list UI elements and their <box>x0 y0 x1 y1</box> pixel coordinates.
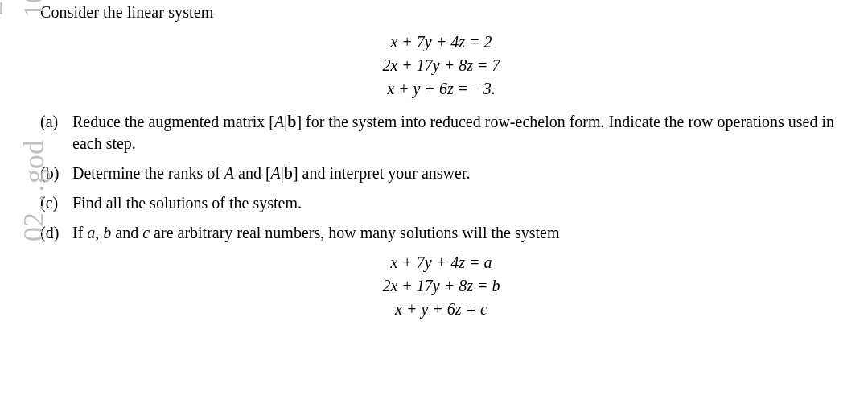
text: If <box>72 224 87 241</box>
subpart-label: (c) <box>40 192 64 214</box>
text: Reduce the augmented matrix [ <box>72 113 274 130</box>
math-vec: b <box>284 164 293 182</box>
math-vec: b <box>287 113 296 130</box>
text: and <box>111 224 142 241</box>
problem-lead: Consider the linear system <box>40 2 844 23</box>
text: Determine the ranks of <box>72 164 224 182</box>
subpart-label: (d) <box>40 222 64 244</box>
subpart-label: (b) <box>40 163 64 184</box>
subpart-d: (d) If a, b and c are arbitrary real num… <box>40 222 844 244</box>
equation-line: 2x + 17y + 8z = 7 <box>39 55 844 76</box>
text: ] and interpret your answer. <box>293 164 470 182</box>
equation-block-2: x + 7y + 4z = a 2x + 17y + 8z = b x + y … <box>39 252 844 320</box>
math-var: a <box>87 224 95 241</box>
subpart-body: Reduce the augmented matrix [A|b] for th… <box>72 111 844 154</box>
math-var: c <box>142 224 150 241</box>
page: 2 10 2 …go 02…god Consider the linear sy… <box>0 0 868 320</box>
subpart-label: (a) <box>40 111 64 154</box>
subpart-c: (c) Find all the solutions of the system… <box>40 192 844 214</box>
text: and [ <box>234 164 271 182</box>
math-var: A <box>274 113 284 130</box>
subpart-b: (b) Determine the ranks of A and [A|b] a… <box>40 163 844 184</box>
text: are arbitrary real numbers, how many sol… <box>150 224 559 241</box>
equation-line: 2x + 17y + 8z = b <box>39 275 844 297</box>
subpart-body: Determine the ranks of A and [A|b] and i… <box>72 163 844 184</box>
subpart-a: (a) Reduce the augmented matrix [A|b] fo… <box>40 111 844 154</box>
equation-line: x + 7y + 4z = 2 <box>39 31 844 53</box>
math-var: A <box>271 164 281 182</box>
subparts-list: (a) Reduce the augmented matrix [A|b] fo… <box>39 111 844 244</box>
math-var: b <box>103 224 111 241</box>
text: , <box>95 224 103 241</box>
subpart-body: If a, b and c are arbitrary real numbers… <box>72 222 844 244</box>
equation-line: x + 7y + 4z = a <box>39 252 844 274</box>
math-var: A <box>224 164 234 182</box>
equation-block-1: x + 7y + 4z = 2 2x + 17y + 8z = 7 x + y … <box>39 31 844 100</box>
equation-line: x + y + 6z = c <box>39 299 844 320</box>
subpart-body: Find all the solutions of the system. <box>72 192 844 214</box>
equation-line: x + y + 6z = −3. <box>39 78 844 100</box>
